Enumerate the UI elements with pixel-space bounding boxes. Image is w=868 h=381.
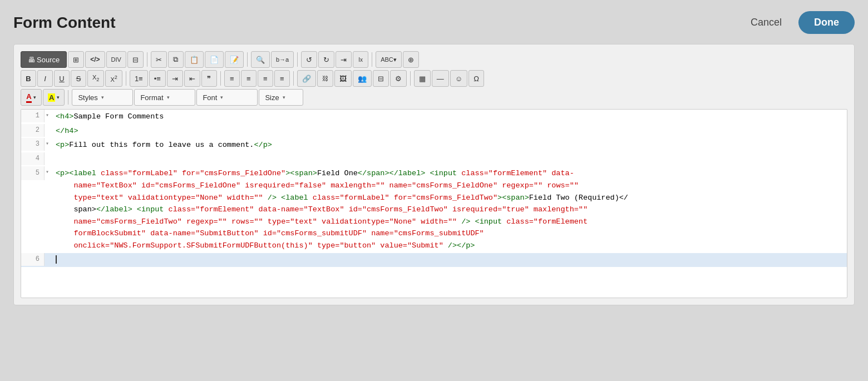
italic-icon: I <box>44 75 46 83</box>
font-arrow-icon: ▾ <box>220 95 223 100</box>
strike-icon: S <box>76 75 81 83</box>
subscript-button[interactable]: X2 <box>87 70 104 87</box>
bold-button[interactable]: B <box>21 70 36 87</box>
separator-6 <box>220 71 221 86</box>
line-arrow-1: ▾ <box>45 110 52 122</box>
text-cursor <box>56 255 57 264</box>
size-label: Size <box>265 93 279 102</box>
paste-button[interactable]: 📋 <box>185 51 204 68</box>
header-actions: Cancel Done <box>742 11 855 34</box>
align-left-button[interactable]: ≡ <box>224 70 240 87</box>
hr-button[interactable]: — <box>432 70 449 87</box>
div-container-button[interactable]: DIV <box>106 51 126 68</box>
source-label: Source <box>37 56 60 64</box>
source-code-button[interactable]: </> <box>85 51 105 68</box>
emoji-icon: ☺ <box>455 75 462 83</box>
bg-color-button[interactable]: A ▾ <box>43 89 65 106</box>
underline-icon: U <box>59 75 64 83</box>
paste-text-button[interactable]: 📝 <box>225 51 244 68</box>
line-number-4: 4 <box>21 152 45 165</box>
line-content-1: <h4>Sample Form Comments <box>52 110 847 124</box>
div-icon: DIV <box>111 56 121 63</box>
ordered-list-button[interactable]: 1≡ <box>130 70 148 87</box>
indent-button[interactable]: ⇥ <box>336 51 352 68</box>
separator-3 <box>297 52 298 67</box>
clipboard-plain-button[interactable]: ⊟ <box>127 51 144 68</box>
separator-2 <box>247 52 248 67</box>
underline-button[interactable]: U <box>54 70 70 87</box>
line-content-3: <p>Fill out this form to leave us a comm… <box>52 138 847 152</box>
table-button[interactable]: ▦ <box>414 70 431 87</box>
format-dropdown[interactable]: Format ▾ <box>134 89 195 106</box>
settings-button[interactable]: ⚙ <box>390 70 407 87</box>
paste-word-icon: 📄 <box>210 56 219 64</box>
image-button[interactable]: 🖼 <box>334 70 352 87</box>
spellcheck-button[interactable]: ABC▾ <box>376 51 402 68</box>
blockquote-button[interactable]: ❞ <box>201 70 217 87</box>
source-button[interactable]: 🖶 Source <box>21 51 67 68</box>
code-line-6[interactable]: 6 <box>21 253 847 268</box>
size-dropdown[interactable]: Size ▾ <box>259 89 303 106</box>
line-arrow-2 <box>45 124 52 127</box>
outdent-list-button[interactable]: ⇤ <box>184 70 200 87</box>
toolbar-row-3: A ▾ A ▾ Styles ▾ Format ▾ Font ▾ Size <box>21 89 847 106</box>
page-wrapper: Form Content Cancel Done 🖶 Source ⊞ </> … <box>0 0 868 381</box>
paste-icon: 📋 <box>190 56 199 64</box>
align-left-icon: ≡ <box>230 75 234 83</box>
paste-word-button[interactable]: 📄 <box>205 51 224 68</box>
strikethrough-button[interactable]: S <box>71 70 86 87</box>
code-line-1: 1 ▾ <h4>Sample Form Comments <box>21 110 847 124</box>
media-button[interactable]: 👥 <box>353 70 372 87</box>
editor-container: 🖶 Source ⊞ </> DIV ⊟ ✂ ⧉ 📋 <box>13 44 855 305</box>
font-dropdown[interactable]: Font ▾ <box>196 89 258 106</box>
cut-button[interactable]: ✂ <box>151 51 167 68</box>
line-content-5: <p><label class="formLabel" for="cmsForm… <box>52 166 847 253</box>
styles-arrow-icon: ▾ <box>101 95 104 100</box>
code-line-5: 5 ▾ <p><label class="formLabel" for="cms… <box>21 166 847 253</box>
unordered-list-button[interactable]: •≡ <box>149 70 166 87</box>
show-blocks-button[interactable]: ⊞ <box>68 51 84 68</box>
cancel-button[interactable]: Cancel <box>742 12 791 33</box>
indent-icon: ⇥ <box>341 56 347 64</box>
superscript-button[interactable]: X2 <box>105 70 122 87</box>
undo-button[interactable]: ↺ <box>301 51 317 68</box>
find-button[interactable]: 🔍 <box>251 51 270 68</box>
code-editor[interactable]: 1 ▾ <h4>Sample Form Comments 2 </h4> 3 ▾… <box>21 109 847 298</box>
text-color-button[interactable]: A ▾ <box>21 89 42 106</box>
styles-label: Styles <box>78 93 97 102</box>
align-justify-button[interactable]: ≡ <box>274 70 290 87</box>
header: Form Content Cancel Done <box>13 11 855 34</box>
indent-list-icon: ⇥ <box>172 75 178 83</box>
special-char-button[interactable]: Ω <box>468 70 484 87</box>
iframe-button[interactable]: ⊟ <box>373 70 389 87</box>
accessibility-button[interactable]: ⊕ <box>403 51 419 68</box>
styles-dropdown[interactable]: Styles ▾ <box>72 89 133 106</box>
line-content-6 <box>52 253 847 268</box>
superscript-icon: X2 <box>110 75 117 83</box>
iframe-icon: ⊟ <box>378 75 384 83</box>
copy-button[interactable]: ⧉ <box>168 51 184 68</box>
settings-icon: ⚙ <box>395 75 402 83</box>
emoji-button[interactable]: ☺ <box>450 70 467 87</box>
code-line-4: 4 <box>21 152 847 167</box>
unlink-icon: ⛓ <box>322 75 328 82</box>
italic-button[interactable]: I <box>37 70 53 87</box>
done-button[interactable]: Done <box>798 11 855 34</box>
separator-5 <box>126 71 126 86</box>
unlink-button[interactable]: ⛓ <box>317 70 333 87</box>
line-content-2: </h4> <box>52 124 847 138</box>
show-blocks-icon: ⊞ <box>73 56 79 64</box>
indent-list-button[interactable]: ⇥ <box>167 70 183 87</box>
replace-button[interactable]: b→a <box>271 51 294 68</box>
redo-button[interactable]: ↻ <box>318 51 334 68</box>
format-arrow-icon: ▾ <box>167 95 170 100</box>
bg-color-icon: A <box>48 93 55 102</box>
media-icon: 👥 <box>358 75 367 83</box>
align-right-button[interactable]: ≡ <box>258 70 273 87</box>
text-color-icon: A <box>26 92 31 103</box>
link-button[interactable]: 🔗 <box>297 70 316 87</box>
line-number-3: 3 <box>21 138 45 151</box>
align-center-button[interactable]: ≡ <box>241 70 257 87</box>
outdent-button[interactable]: Ix <box>353 51 368 68</box>
outdent-list-icon: ⇤ <box>189 75 195 83</box>
